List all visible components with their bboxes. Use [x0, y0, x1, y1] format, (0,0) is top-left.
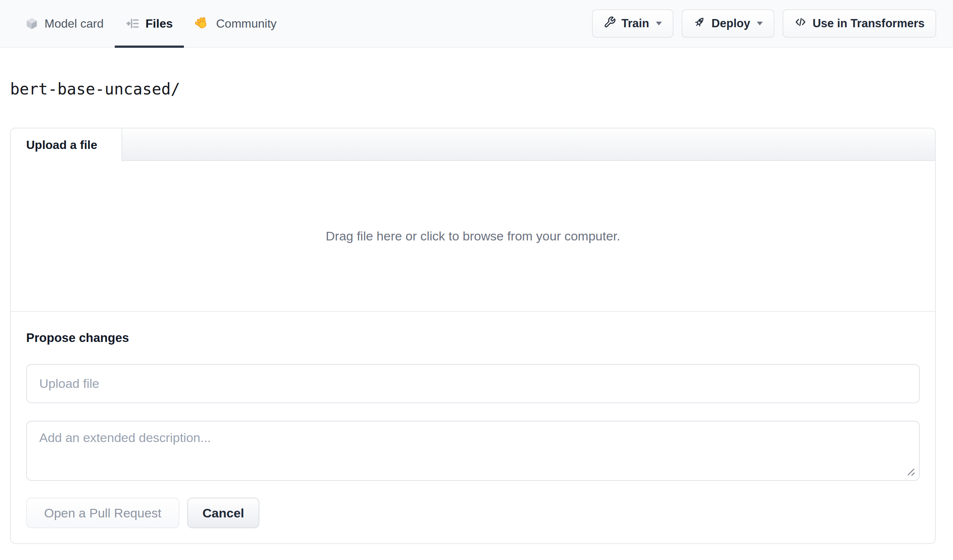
tab-upload-a-file-label: Upload a file	[26, 138, 97, 152]
page-header: Model card Files	[0, 0, 953, 48]
propose-changes-heading: Propose changes	[26, 330, 920, 345]
tab-files-label: Files	[145, 17, 173, 31]
propose-changes-section: Propose changes Open a Pull Request Canc…	[11, 312, 935, 543]
use-in-transformers-label: Use in Transformers	[812, 17, 925, 30]
description-field-wrap	[26, 421, 920, 481]
train-button-label: Train	[621, 17, 649, 30]
caret-down-icon	[757, 22, 763, 25]
dropzone-text: Drag file here or click to browse from y…	[326, 229, 620, 243]
tab-files[interactable]: Files	[115, 0, 184, 47]
waving-hand-icon	[195, 16, 210, 31]
upload-filename-input[interactable]	[26, 364, 920, 403]
wrench-icon	[604, 16, 616, 31]
use-in-transformers-button[interactable]: Use in Transformers	[782, 9, 936, 38]
repo-path: bert-base-uncased/	[10, 80, 936, 99]
header-actions: Train Deploy	[592, 0, 936, 47]
upload-card-tab-bar: Upload a file	[11, 128, 935, 161]
rocket-icon	[693, 15, 706, 31]
main-content: bert-base-uncased/ Upload a file Drag fi…	[0, 80, 953, 544]
resize-grip-icon[interactable]	[905, 466, 916, 478]
file-dropzone[interactable]: Drag file here or click to browse from y…	[11, 161, 935, 312]
tab-community-label: Community	[216, 17, 276, 31]
cancel-button[interactable]: Cancel	[187, 498, 260, 528]
files-list-icon	[126, 17, 140, 30]
caret-down-icon	[656, 22, 662, 25]
train-button[interactable]: Train	[592, 9, 674, 38]
extended-description-textarea[interactable]	[26, 421, 920, 481]
upload-card: Upload a file Drag file here or click to…	[10, 128, 936, 544]
tab-model-card-label: Model card	[45, 17, 104, 31]
open-pull-request-button[interactable]: Open a Pull Request	[26, 498, 179, 528]
tab-community[interactable]: Community	[184, 0, 288, 47]
deploy-button-label: Deploy	[712, 17, 750, 30]
code-icon	[794, 15, 807, 31]
tab-model-card[interactable]: Model card	[14, 0, 115, 47]
repo-tab-bar: Model card Files	[14, 0, 288, 47]
tab-upload-a-file[interactable]: Upload a file	[11, 128, 122, 162]
model-cube-icon	[25, 17, 39, 30]
deploy-button[interactable]: Deploy	[682, 9, 775, 38]
propose-actions-row: Open a Pull Request Cancel	[26, 498, 920, 528]
